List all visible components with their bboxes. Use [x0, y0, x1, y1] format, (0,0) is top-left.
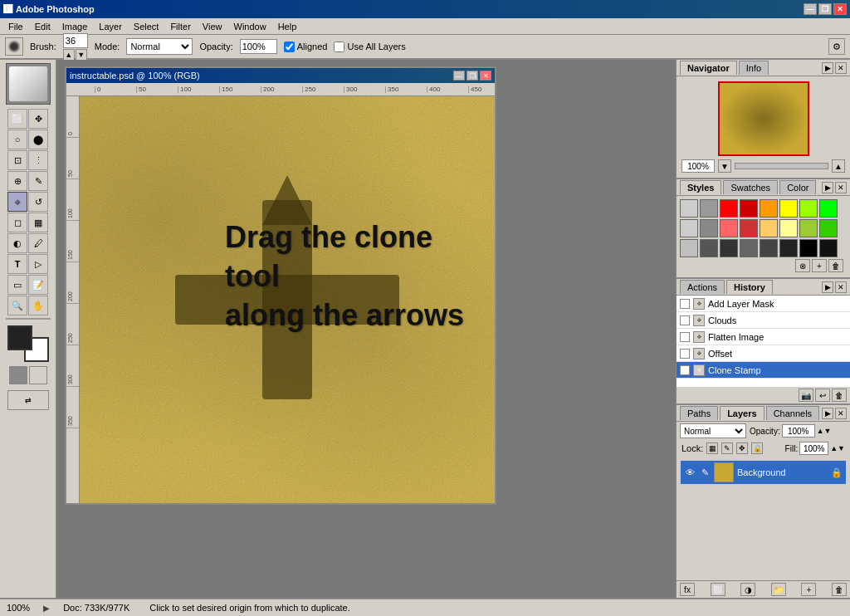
history-checkbox-4[interactable]: [680, 365, 690, 375]
swatch-5[interactable]: [779, 199, 798, 218]
use-all-layers-checkbox-label[interactable]: Use All Layers: [334, 42, 405, 52]
jump-to-imageready[interactable]: ⇄: [7, 390, 49, 410]
layers-panel-close-btn[interactable]: ✕: [835, 408, 847, 419]
swatch-12[interactable]: [760, 219, 778, 237]
swatch-6[interactable]: [799, 199, 818, 218]
brush-size-up[interactable]: ▲: [63, 49, 75, 61]
brush-tool[interactable]: ✎: [28, 171, 48, 191]
menu-file[interactable]: File: [3, 21, 28, 32]
zoom-tool[interactable]: 🔍: [7, 296, 27, 315]
menu-select[interactable]: Select: [129, 21, 164, 32]
mode-select[interactable]: Normal: [126, 38, 193, 55]
styles-tab[interactable]: Styles: [680, 180, 721, 194]
history-checkbox-0[interactable]: [680, 299, 690, 309]
history-tab[interactable]: History: [726, 280, 773, 294]
color-tab[interactable]: Color: [779, 180, 816, 194]
lock-transparency-btn[interactable]: ▦: [706, 442, 718, 454]
swatch-23[interactable]: [819, 239, 838, 257]
lasso-tool[interactable]: ○: [7, 130, 27, 149]
minimize-button[interactable]: —: [804, 3, 817, 15]
canvas[interactable]: Drag the clone tool along the arrows: [80, 96, 495, 503]
dodge-tool[interactable]: ◐: [7, 233, 27, 253]
doc-minimize-btn[interactable]: —: [453, 71, 465, 81]
swatches-tab[interactable]: Swatches: [723, 180, 778, 194]
opacity-input[interactable]: [240, 39, 277, 54]
styles-panel-menu-btn[interactable]: ▶: [822, 182, 833, 193]
swatch-20[interactable]: [760, 239, 778, 257]
menu-window[interactable]: Window: [229, 21, 271, 32]
swatch-13[interactable]: [779, 219, 798, 237]
history-item-3[interactable]: ⎆Offset: [677, 345, 850, 362]
history-brush-tool[interactable]: ↺: [28, 192, 48, 212]
aligned-checkbox-label[interactable]: Aligned: [284, 42, 328, 52]
nav-zoom-slider[interactable]: [735, 163, 828, 169]
rectangular-marquee-tool[interactable]: ⬜: [7, 109, 27, 129]
swatch-21[interactable]: [779, 239, 798, 257]
swatch-4[interactable]: [760, 199, 778, 218]
swatch-15[interactable]: [819, 219, 838, 237]
brush-size-input[interactable]: [63, 33, 88, 48]
styles-new-btn[interactable]: +: [812, 259, 827, 272]
layers-mode-select[interactable]: Normal: [680, 423, 746, 438]
clone-stamp-tool[interactable]: ⎆: [7, 192, 27, 212]
quick-selection-tool[interactable]: ⬤: [28, 130, 48, 149]
info-tab[interactable]: Info: [739, 61, 769, 75]
swatch-2[interactable]: [720, 199, 738, 218]
notes-tool[interactable]: 📝: [28, 275, 48, 295]
screen-mode-icon[interactable]: [29, 366, 47, 384]
swatch-10[interactable]: [720, 219, 738, 237]
options-extra-btn[interactable]: ⚙: [828, 38, 845, 55]
healing-brush-tool[interactable]: ⊕: [7, 171, 27, 191]
history-item-2[interactable]: ⎆Flatten Image: [677, 329, 850, 345]
close-button[interactable]: ✕: [833, 3, 847, 15]
quick-mask-icon[interactable]: [9, 366, 27, 384]
text-tool[interactable]: T: [7, 254, 27, 274]
styles-clear-btn[interactable]: ⊗: [795, 259, 810, 272]
move-tool[interactable]: ✥: [28, 109, 48, 129]
swatch-3[interactable]: [740, 199, 758, 218]
swatch-1[interactable]: [700, 199, 718, 218]
history-new-snapshot-btn[interactable]: 📷: [799, 389, 813, 402]
swatch-17[interactable]: [700, 239, 718, 257]
nav-zoom-in-btn[interactable]: ▲: [832, 159, 845, 173]
swatch-9[interactable]: [700, 219, 718, 237]
nav-panel-menu-btn[interactable]: ▶: [822, 62, 833, 74]
brush-preview[interactable]: [5, 37, 23, 56]
doc-close-btn[interactable]: ✕: [480, 71, 491, 81]
menu-layer[interactable]: Layer: [94, 21, 127, 32]
swatch-0[interactable]: [680, 199, 698, 218]
pen-tool[interactable]: 🖊: [28, 233, 48, 253]
menu-help[interactable]: Help: [273, 21, 302, 32]
nav-zoom-out-btn[interactable]: ▼: [718, 159, 731, 173]
swatch-11[interactable]: [740, 219, 758, 237]
menu-view[interactable]: View: [198, 21, 227, 32]
swatch-8[interactable]: [680, 219, 698, 237]
layer-group-btn[interactable]: 📁: [771, 583, 786, 596]
swatch-19[interactable]: [740, 239, 758, 257]
doc-restore-btn[interactable]: ❐: [467, 71, 478, 81]
aligned-checkbox[interactable]: [284, 42, 295, 52]
styles-delete-btn[interactable]: 🗑: [828, 259, 843, 272]
new-layer-btn[interactable]: +: [801, 583, 816, 596]
layer-item-0[interactable]: 👁✎Background🔒: [680, 460, 847, 485]
actions-panel-menu-btn[interactable]: ▶: [822, 281, 833, 293]
crop-tool[interactable]: ⊡: [7, 150, 27, 170]
fill-input[interactable]: [799, 442, 828, 455]
restore-button[interactable]: ❐: [818, 3, 832, 15]
swatch-16[interactable]: [680, 239, 698, 257]
paths-tab[interactable]: Paths: [680, 406, 718, 420]
layers-panel-menu-btn[interactable]: ▶: [822, 408, 833, 419]
history-new-state-btn[interactable]: ↩: [815, 389, 830, 402]
adjustment-layer-btn[interactable]: ◑: [740, 583, 755, 596]
eyedropper-tool[interactable]: ⋮: [28, 150, 48, 170]
path-selection-tool[interactable]: ▷: [28, 254, 48, 274]
hand-tool[interactable]: ✋: [28, 296, 48, 315]
history-item-4[interactable]: ⎆Clone Stamp: [677, 362, 850, 379]
eraser-tool[interactable]: ◻: [7, 213, 27, 232]
nav-panel-close-btn[interactable]: ✕: [835, 62, 847, 74]
menu-image[interactable]: Image: [57, 21, 93, 32]
layer-styles-btn[interactable]: fx: [680, 583, 695, 596]
navigator-zoom-input[interactable]: [681, 159, 715, 173]
delete-layer-btn[interactable]: 🗑: [832, 583, 847, 596]
jump-btn[interactable]: ⇄: [7, 390, 49, 410]
